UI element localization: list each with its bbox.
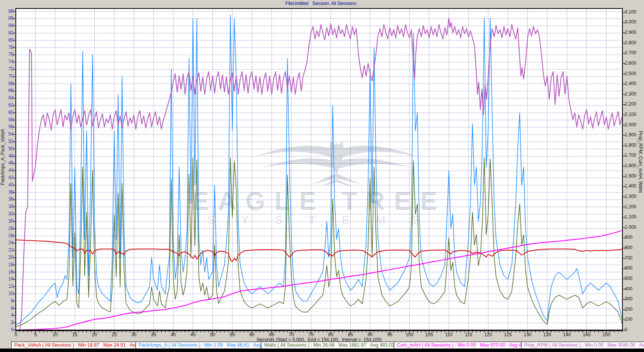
left-axis-tick-label: 16 (2, 270, 13, 275)
left-axis-tick-label: 0 (2, 327, 13, 332)
right-axis-tick-label: 1.000 (625, 225, 642, 230)
left-axis-tick-label: 62 (2, 103, 13, 108)
left-axis-tick-label: 72 (2, 67, 13, 72)
left-axis-tick-label: 6 (2, 306, 13, 311)
left-axis-tick-label: 14 (2, 277, 13, 282)
left-axis-tick-label: 26 (2, 233, 13, 238)
left-axis-tick-label: 66 (2, 88, 13, 93)
left-axis-tick-label: 10 (2, 291, 13, 296)
right-axis-tick-label: 100 (625, 317, 642, 322)
right-axis-tick-label: 1.100 (625, 215, 642, 220)
right-axis-tick-label: 200 (625, 307, 642, 312)
legend-status-bar: Pack_VoltsA ( All Sessions ) : Min 18.87… (12, 342, 644, 348)
left-axis-tick-label: 80 (2, 38, 13, 43)
right-axis-tick-label: 900 (625, 235, 642, 240)
left-axis-tick-label: 4 (2, 313, 13, 318)
left-axis-tick-label: 88 (2, 9, 13, 14)
right-axis-tick-label: 500 (625, 276, 642, 281)
left-axis-tick-label: 2 (2, 320, 13, 325)
right-axis-tick-label: 2.000 (625, 122, 642, 127)
right-axis-tick-label: 2.300 (625, 92, 642, 97)
left-axis-tick-label: 64 (2, 96, 13, 101)
left-axis-tick-label: 84 (2, 23, 13, 28)
left-axis-tick-label: 24 (2, 240, 13, 245)
bottom-divider-bar (0, 349, 644, 352)
status-segment-packamps-a[interactable]: PackAmps_A ( All Sessions ) : Min 1.05 M… (135, 342, 261, 349)
left-axis-tick-label: 22 (2, 248, 13, 253)
right-axis-title: Prop_RPM, Cum_mAH, Watts (638, 131, 643, 193)
left-axis-tick-label: 58 (2, 117, 13, 122)
eagle-logo-icon (254, 142, 419, 186)
right-axis-tick-label: 0 (625, 327, 642, 332)
status-segment-pack-voltsa[interactable]: Pack_VoltsA ( All Sessions ) : Min 18.87… (11, 342, 136, 349)
right-axis-tick-label: 2.200 (625, 102, 642, 107)
watermark-text-primary: EAGLE TREE (16, 186, 622, 216)
left-axis-tick-label: 86 (2, 16, 13, 21)
right-axis-tick-label: 2.800 (625, 40, 642, 45)
left-axis-tick-label: 8 (2, 298, 13, 303)
right-axis-tick-label: 2.900 (625, 30, 642, 35)
right-axis-tick-label: 2.700 (625, 50, 642, 55)
left-axis-tick-label: 78 (2, 45, 13, 50)
right-axis-tick-label: 700 (625, 256, 642, 261)
left-axis-tick-label: 76 (2, 52, 13, 57)
graph-title: FileUntitled Session: All Sessions . (0, 1, 644, 6)
eagletree-watermark: EAGLE TREE S Y S T E M S (16, 8, 622, 330)
left-axis-tick-label: 12 (2, 284, 13, 289)
right-axis-tick-label: 800 (625, 245, 642, 250)
status-segment-watts[interactable]: Watts ( All Sessions ) : Min 26.08 Max 1… (261, 342, 394, 349)
right-axis-tick-label: 2.400 (625, 81, 642, 86)
right-axis-tick-label: 2.600 (625, 61, 642, 66)
left-axis-tick-label: 82 (2, 30, 13, 35)
right-axis-tick-label: 1.300 (625, 194, 642, 199)
right-axis-tick-label: 600 (625, 266, 642, 271)
left-axis-tick-label: 36 (2, 197, 13, 202)
status-segment-prop-rpm[interactable]: Prop_RPM ( All Sessions ) : Min 0.00 Max… (521, 342, 644, 349)
left-axis-tick-label: 30 (2, 219, 13, 224)
left-axis-title: PackAmps_A, Pack_VoltsA (0, 129, 5, 185)
right-axis-tick-label: 1.200 (625, 204, 642, 210)
left-axis-tick-label: 28 (2, 226, 13, 231)
left-axis-tick-label: 20 (2, 255, 13, 260)
left-axis-tick-label: 18 (2, 262, 13, 267)
right-axis-tick-label: 3.100 (625, 10, 642, 15)
left-axis-tick-label: 32 (2, 211, 13, 216)
left-axis-tick-label: 34 (2, 204, 13, 209)
watermark-text-secondary: S Y S T E M S (16, 213, 622, 226)
left-axis-tick-label: 38 (2, 190, 13, 195)
right-axis-tick-label: 400 (625, 287, 642, 292)
right-axis-tick-label: 3.000 (625, 20, 642, 25)
left-axis-tick-label: 74 (2, 59, 13, 64)
left-axis-tick-label: 68 (2, 81, 13, 86)
left-axis-tick-label: 60 (2, 110, 13, 115)
eagle-tree-recorder-window: FileUntitled Session: All Sessions . EAG… (0, 0, 644, 352)
right-axis-tick-label: 2.100 (625, 112, 642, 117)
status-segment-cum-mah[interactable]: Cum_mAH ( All Sessions ) : Min 0.00 Max … (394, 342, 522, 349)
left-axis-tick-label: 70 (2, 74, 13, 79)
right-axis-tick-label: 300 (625, 297, 642, 302)
right-axis-tick-label: 2.500 (625, 71, 642, 76)
